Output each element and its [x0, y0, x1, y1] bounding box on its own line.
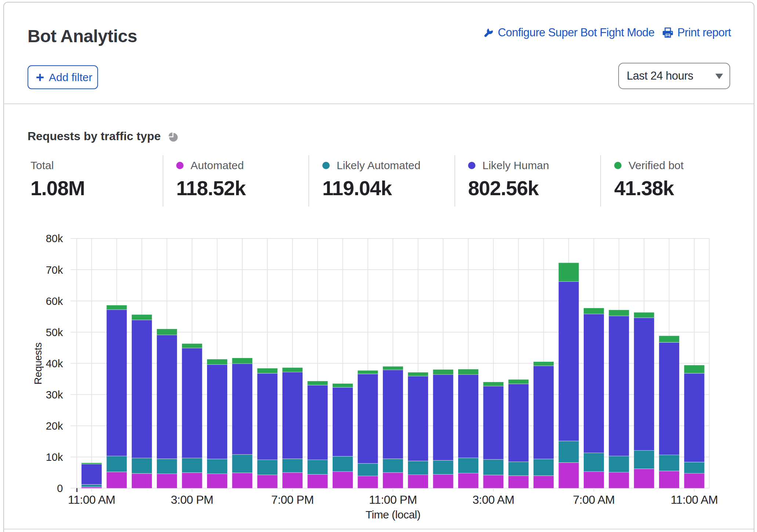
bar-24-likely-automated[interactable] [684, 462, 705, 473]
bar-2-likely-automated[interactable] [132, 458, 152, 473]
bar-7-automated[interactable] [257, 475, 278, 488]
bottom-divider [4, 529, 754, 529]
bar-13-automated[interactable] [408, 475, 428, 488]
bar-9-likely-automated[interactable] [308, 460, 328, 474]
bar-0-likely-human[interactable] [82, 464, 102, 485]
bar-18-likely-automated[interactable] [533, 459, 554, 476]
bar-10-likely-automated[interactable] [333, 456, 353, 472]
bar-21-likely-automated[interactable] [609, 456, 629, 472]
bar-12-likely-automated[interactable] [383, 459, 403, 473]
bar-20-verified-bot[interactable] [584, 308, 604, 314]
bar-7-likely-automated[interactable] [257, 460, 278, 475]
bar-20-likely-human[interactable] [584, 314, 604, 453]
bar-16-verified-bot[interactable] [483, 382, 503, 386]
bar-3-likely-automated[interactable] [157, 459, 177, 474]
bar-13-likely-automated[interactable] [408, 461, 428, 474]
y-tick-label: 10k [46, 451, 63, 463]
bar-6-verified-bot[interactable] [232, 358, 252, 364]
bar-4-likely-automated[interactable] [182, 458, 202, 473]
bar-10-verified-bot[interactable] [333, 384, 353, 387]
bar-18-likely-human[interactable] [533, 366, 554, 459]
bar-20-automated[interactable] [584, 471, 604, 488]
bar-12-verified-bot[interactable] [383, 367, 403, 370]
bar-11-likely-automated[interactable] [358, 463, 378, 476]
bar-16-automated[interactable] [483, 475, 503, 488]
bar-23-automated[interactable] [659, 471, 679, 488]
bar-11-automated[interactable] [358, 476, 378, 488]
bar-21-automated[interactable] [609, 472, 629, 488]
bar-1-automated[interactable] [106, 472, 127, 488]
bar-9-automated[interactable] [308, 474, 328, 488]
bar-17-likely-human[interactable] [508, 384, 529, 462]
bar-4-automated[interactable] [182, 473, 202, 488]
bar-14-likely-automated[interactable] [433, 460, 453, 474]
bar-8-likely-human[interactable] [282, 372, 303, 459]
bar-2-automated[interactable] [132, 474, 152, 488]
bar-21-verified-bot[interactable] [609, 310, 629, 316]
bar-4-likely-human[interactable] [182, 348, 202, 458]
bar-6-automated[interactable] [232, 473, 252, 488]
bar-22-verified-bot[interactable] [634, 313, 654, 318]
bar-5-likely-human[interactable] [207, 365, 227, 459]
bar-15-likely-human[interactable] [458, 375, 478, 458]
bar-13-likely-human[interactable] [408, 376, 428, 461]
bar-6-likely-human[interactable] [232, 364, 252, 455]
bar-1-likely-human[interactable] [106, 310, 127, 456]
bar-23-verified-bot[interactable] [659, 336, 679, 342]
bar-22-automated[interactable] [634, 469, 654, 488]
bar-17-automated[interactable] [508, 475, 529, 488]
bar-13-verified-bot[interactable] [408, 372, 428, 376]
bar-8-automated[interactable] [282, 473, 303, 488]
bar-8-likely-automated[interactable] [282, 459, 303, 473]
bar-10-likely-human[interactable] [333, 387, 353, 456]
bar-5-likely-automated[interactable] [207, 459, 227, 474]
bar-14-automated[interactable] [433, 474, 453, 488]
bar-19-verified-bot[interactable] [559, 263, 579, 281]
bar-15-automated[interactable] [458, 473, 478, 488]
bar-10-automated[interactable] [333, 471, 353, 488]
bar-19-automated[interactable] [559, 463, 579, 488]
bar-21-likely-human[interactable] [609, 316, 629, 456]
bar-3-automated[interactable] [157, 474, 177, 488]
bar-0-likely-automated[interactable] [82, 484, 102, 487]
bar-15-likely-automated[interactable] [458, 458, 478, 473]
bar-2-verified-bot[interactable] [132, 315, 152, 320]
bar-15-verified-bot[interactable] [458, 369, 478, 374]
bar-17-verified-bot[interactable] [508, 379, 529, 384]
bar-20-likely-automated[interactable] [584, 453, 604, 471]
bar-9-verified-bot[interactable] [308, 381, 328, 385]
bar-7-likely-human[interactable] [257, 373, 278, 460]
bar-3-verified-bot[interactable] [157, 329, 177, 335]
bar-22-likely-automated[interactable] [634, 451, 654, 469]
bar-16-likely-human[interactable] [483, 386, 503, 459]
bar-4-verified-bot[interactable] [182, 344, 202, 348]
bar-12-likely-human[interactable] [383, 370, 403, 459]
bar-5-verified-bot[interactable] [207, 359, 227, 364]
bar-16-likely-automated[interactable] [483, 459, 503, 475]
bar-9-likely-human[interactable] [308, 385, 328, 460]
bar-19-likely-automated[interactable] [559, 441, 579, 463]
bar-23-likely-automated[interactable] [659, 455, 679, 471]
bar-24-automated[interactable] [684, 473, 705, 488]
bar-22-likely-human[interactable] [634, 318, 654, 451]
bar-12-automated[interactable] [383, 473, 403, 488]
bar-24-verified-bot[interactable] [684, 365, 705, 373]
bar-1-verified-bot[interactable] [106, 305, 127, 310]
bar-1-likely-automated[interactable] [106, 456, 127, 472]
bar-11-verified-bot[interactable] [358, 371, 378, 374]
bar-8-verified-bot[interactable] [282, 368, 303, 372]
bar-14-likely-human[interactable] [433, 375, 453, 460]
bar-2-likely-human[interactable] [132, 320, 152, 458]
bar-23-likely-human[interactable] [659, 342, 679, 455]
bar-18-verified-bot[interactable] [533, 362, 554, 366]
bar-11-likely-human[interactable] [358, 374, 378, 463]
bar-3-likely-human[interactable] [157, 335, 177, 459]
bar-19-likely-human[interactable] [559, 281, 579, 441]
bar-7-verified-bot[interactable] [257, 368, 278, 374]
bar-14-verified-bot[interactable] [433, 369, 453, 375]
bar-18-automated[interactable] [533, 475, 554, 488]
bar-5-automated[interactable] [207, 474, 227, 488]
bar-24-likely-human[interactable] [684, 373, 705, 462]
bar-6-likely-automated[interactable] [232, 455, 252, 473]
bar-17-likely-automated[interactable] [508, 462, 529, 476]
